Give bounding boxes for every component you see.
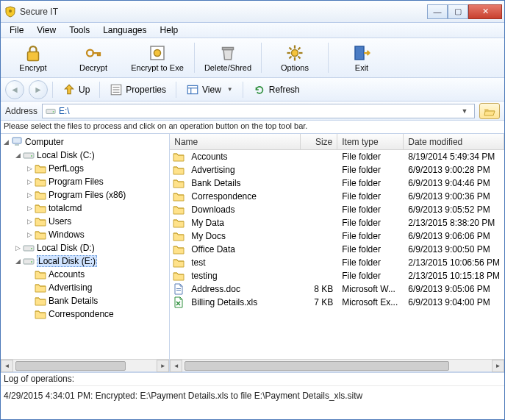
column-size[interactable]: Size (301, 134, 337, 149)
scroll-left-icon[interactable]: ◄ (170, 360, 182, 372)
view-label: View (202, 85, 221, 95)
tree-node[interactable]: ▷Program Files (x86) (1, 188, 169, 202)
file-date: 6/9/2013 9:00:36 PM (404, 191, 504, 202)
up-button[interactable]: Up (57, 80, 95, 99)
list-item[interactable]: My DataFile folder2/13/2015 8:38:20 PM (170, 216, 504, 229)
file-name: Correspondence (187, 191, 301, 202)
expand-icon[interactable]: ▷ (24, 165, 35, 172)
tree-node[interactable]: Advertising (1, 281, 169, 294)
refresh-button[interactable]: Refresh (248, 80, 305, 99)
expand-icon[interactable]: ◢ (12, 257, 23, 265)
tree-node[interactable]: ▷Local Disk (D:) (1, 241, 169, 255)
title-bar: Secure IT — ▢ ✕ (1, 1, 504, 23)
expand-icon[interactable]: ▷ (24, 204, 35, 212)
tree-hscrollbar[interactable]: ◄ ► (1, 359, 169, 371)
exit-button[interactable]: Exit (332, 40, 391, 76)
maximize-button[interactable]: ▢ (448, 4, 468, 19)
tree-label: Accounts (49, 269, 85, 280)
forward-button[interactable]: ► (29, 80, 48, 99)
list-item[interactable]: Bank DetailsFile folder6/9/2013 9:04:46 … (170, 177, 504, 190)
list-item[interactable]: Address.doc8 KBMicrosoft W...6/9/2013 9:… (170, 282, 504, 296)
menu-help[interactable]: Help (154, 24, 185, 37)
delete-shred-button[interactable]: Delete/Shred (198, 40, 257, 76)
encrypt-button[interactable]: Encrypt (4, 40, 62, 76)
expand-icon[interactable]: ▷ (24, 178, 35, 185)
list-item[interactable]: AccountsFile folder8/19/2014 5:49:34 PM (170, 150, 504, 163)
list-item[interactable]: DownloadsFile folder6/9/2013 9:05:52 PM (170, 203, 504, 216)
folder-tree[interactable]: ◢Computer◢Local Disk (C:)▷PerfLogs▷Progr… (1, 134, 169, 359)
app-icon (1, 6, 20, 18)
address-dropdown[interactable]: ▼ (458, 107, 471, 115)
file-date: 6/9/2013 9:05:52 PM (404, 204, 504, 215)
scroll-right-icon[interactable]: ► (492, 360, 504, 372)
list-item[interactable]: testingFile folder2/13/2015 10:15:18 PM (170, 269, 504, 282)
tree-node[interactable]: ▷Users (1, 215, 169, 228)
properties-button[interactable]: Properties (104, 80, 171, 99)
tree-node[interactable]: Accounts (1, 268, 169, 281)
expand-icon[interactable]: ▷ (24, 231, 35, 238)
go-button[interactable] (479, 103, 500, 119)
menu-tools[interactable]: Tools (63, 24, 96, 37)
folder-icon (173, 257, 185, 268)
tree-node[interactable]: ◢Computer (1, 135, 169, 149)
xls-icon (173, 296, 185, 308)
tree-node[interactable]: ▷totalcmd (1, 202, 169, 215)
options-button[interactable]: Options (265, 40, 324, 76)
encrypt-to-exe-button[interactable]: Encrypt to Exe (124, 40, 190, 76)
file-type: File folder (337, 191, 404, 202)
minimize-button[interactable]: — (427, 4, 448, 19)
view-button[interactable]: View ▼ (181, 80, 238, 99)
drive-icon (46, 106, 56, 116)
folder-icon (35, 202, 46, 214)
folder-icon (173, 217, 185, 229)
expand-icon[interactable]: ◢ (12, 152, 23, 159)
file-list[interactable]: AccountsFile folder8/19/2014 5:49:34 PMA… (170, 150, 504, 359)
menu-languages[interactable]: Languages (97, 24, 152, 37)
expand-icon[interactable]: ▷ (12, 244, 23, 252)
back-button[interactable]: ◄ (5, 80, 24, 99)
scroll-thumb[interactable] (185, 361, 449, 371)
scroll-left-icon[interactable]: ◄ (1, 360, 13, 372)
close-button[interactable]: ✕ (468, 4, 502, 19)
tree-node[interactable]: ◢Local Disk (C:) (1, 149, 169, 162)
scroll-right-icon[interactable]: ► (157, 360, 169, 372)
tree-node[interactable]: ▷PerfLogs (1, 162, 169, 175)
list-item[interactable]: Billing Details.xls7 KBMicrosoft Ex...6/… (170, 296, 504, 309)
menu-file[interactable]: File (4, 24, 29, 37)
column-name[interactable]: Name (170, 134, 301, 149)
drive-icon (23, 242, 35, 254)
expand-icon[interactable]: ▷ (24, 218, 35, 225)
decrypt-button[interactable]: Decrypt (64, 40, 123, 76)
file-date: 6/9/2013 9:00:28 PM (404, 165, 504, 175)
tree-node[interactable]: Correspondence (1, 307, 169, 321)
file-date: 2/13/2015 10:06:56 PM (404, 257, 504, 268)
expand-icon[interactable]: ◢ (1, 138, 11, 146)
list-item[interactable]: testFile folder2/13/2015 10:06:56 PM (170, 256, 504, 269)
tree-node[interactable]: ▷Program Files (1, 175, 169, 188)
address-input[interactable] (59, 106, 455, 116)
list-item[interactable]: My DocsFile folder6/9/2013 9:06:06 PM (170, 229, 504, 243)
file-type: Microsoft W... (337, 284, 404, 294)
decrypt-label: Decrypt (79, 63, 107, 72)
file-type: File folder (337, 152, 404, 162)
scroll-thumb[interactable] (15, 361, 126, 371)
list-item[interactable]: Office DataFile folder6/9/2013 9:00:50 P… (170, 243, 504, 256)
tree-node[interactable]: ◢Local Disk (E:) (1, 255, 169, 268)
folder-icon (173, 191, 185, 202)
column-type[interactable]: Item type (337, 134, 404, 149)
tree-node[interactable]: Bank Details (1, 294, 169, 307)
list-item[interactable]: CorrespondenceFile folder6/9/2013 9:00:3… (170, 190, 504, 203)
expand-icon[interactable]: ▷ (24, 191, 35, 199)
folder-icon (35, 308, 46, 320)
tree-node[interactable]: ▷Windows (1, 228, 169, 241)
column-date[interactable]: Date modified (404, 134, 504, 149)
drive-icon (23, 255, 35, 267)
list-item[interactable]: AdvertisingFile folder6/9/2013 9:00:28 P… (170, 163, 504, 177)
lock-icon (24, 44, 42, 62)
main-toolbar: Encrypt Decrypt Encrypt to Exe Delete/Sh… (1, 38, 504, 78)
menu-view[interactable]: View (31, 24, 62, 37)
properties-label: Properties (126, 85, 166, 95)
list-hscrollbar[interactable]: ◄ ► (170, 359, 504, 371)
address-field[interactable]: ▼ (42, 104, 475, 118)
folder-icon (35, 176, 46, 188)
